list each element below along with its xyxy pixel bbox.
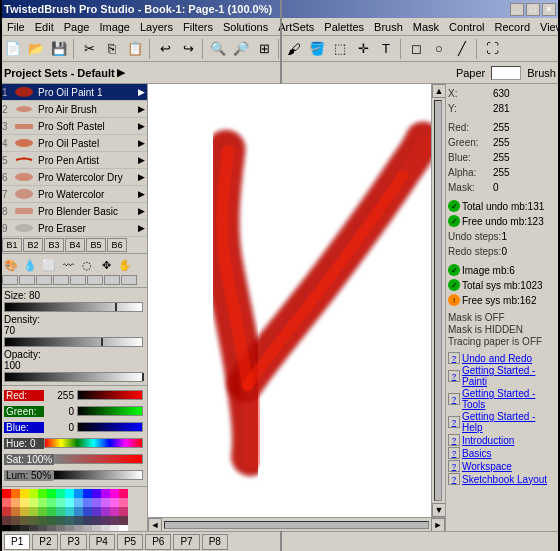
tool-palette[interactable]: 🎨 [2,256,20,274]
scroll-v-track[interactable] [434,100,442,501]
help-link-7[interactable]: ?Sketchbook Layout [448,473,558,485]
palette-cell[interactable] [74,507,83,516]
help-link-2[interactable]: ?Getting Started - Tools [448,388,558,410]
tool-m4[interactable] [53,275,69,285]
fullscreen-button[interactable]: ⛶ [481,38,503,60]
palette-cell[interactable] [38,498,47,507]
close-button[interactable]: × [542,3,556,16]
line-tool[interactable]: ╱ [451,38,473,60]
palette-cell[interactable] [20,516,29,525]
menu-palettes[interactable]: Palettes [319,20,369,34]
shape-tool[interactable]: ◻ [405,38,427,60]
green-slider[interactable] [77,406,143,416]
menu-image[interactable]: Image [94,20,135,34]
red-slider[interactable] [77,390,143,400]
tool-blend[interactable]: ◌ [78,256,96,274]
palette-cell[interactable] [11,507,20,516]
palette-cell[interactable] [101,516,110,525]
palette-cell[interactable] [92,507,101,516]
palette-cell[interactable] [83,525,92,531]
brush-item-5[interactable]: 5 Pro Pen Artist ▶ [0,152,147,169]
palette-cell[interactable] [92,525,101,531]
horizontal-scrollbar[interactable]: ◄ ► [148,517,445,531]
page-tab-p2[interactable]: P2 [32,534,58,550]
canvas-inner[interactable] [148,84,431,517]
palette-cell[interactable] [74,525,83,531]
palette-cell[interactable] [74,489,83,498]
palette-cell[interactable] [92,516,101,525]
blue-slider[interactable] [77,422,143,432]
help-link-4[interactable]: ?Introduction [448,434,558,446]
menu-mask[interactable]: Mask [408,20,444,34]
palette-cell[interactable] [20,498,29,507]
paste-button[interactable]: 📋 [124,38,146,60]
tool-m5[interactable] [70,275,86,285]
cut-button[interactable]: ✂ [78,38,100,60]
palette-cell[interactable] [65,525,74,531]
palette-cell[interactable] [38,489,47,498]
menu-page[interactable]: Page [59,20,95,34]
move-tool[interactable]: ✛ [352,38,374,60]
palette-cell[interactable] [83,507,92,516]
brush-tab-b1[interactable]: B1 [2,238,22,252]
help-link-1[interactable]: ?Getting Started - Painti [448,365,558,387]
brush-tab-b6[interactable]: B6 [107,238,127,252]
palette-cell[interactable] [11,516,20,525]
redo-button[interactable]: ↪ [177,38,199,60]
palette-cell[interactable] [65,507,74,516]
tool-m8[interactable] [121,275,137,285]
palette-cell[interactable] [110,525,119,531]
page-tab-p4[interactable]: P4 [89,534,115,550]
menu-solutions[interactable]: Solutions [218,20,273,34]
palette-cell[interactable] [65,489,74,498]
palette-cell[interactable] [110,516,119,525]
opacity-slider[interactable] [4,372,143,382]
page-tab-p5[interactable]: P5 [117,534,143,550]
palette-cell[interactable] [74,498,83,507]
palette-cell[interactable] [47,498,56,507]
save-button[interactable]: 💾 [48,38,70,60]
brush-tab-b3[interactable]: B3 [44,238,64,252]
tool-smudge[interactable]: 〰 [59,256,77,274]
palette-cell[interactable] [119,498,128,507]
open-button[interactable]: 📂 [25,38,47,60]
palette-cell[interactable] [74,516,83,525]
tool-m2[interactable] [19,275,35,285]
palette-cell[interactable] [20,507,29,516]
palette-cell[interactable] [56,525,65,531]
page-tab-p6[interactable]: P6 [145,534,171,550]
menu-filters[interactable]: Filters [178,20,218,34]
page-tab-p3[interactable]: P3 [60,534,86,550]
palette-cell[interactable] [83,498,92,507]
menu-view[interactable]: View [535,20,560,34]
tool-m3[interactable] [36,275,52,285]
fill-tool[interactable]: 🪣 [306,38,328,60]
zoom-in-button[interactable]: 🔍 [207,38,229,60]
brush-item-8[interactable]: 8 Pro Blender Basic ▶ [0,203,147,220]
page-tab-p7[interactable]: P7 [173,534,199,550]
palette-cell[interactable] [92,489,101,498]
text-tool[interactable]: T [375,38,397,60]
palette-cell[interactable] [56,489,65,498]
new-button[interactable]: 📄 [2,38,24,60]
tool-eraser[interactable]: ⬜ [40,256,58,274]
page-tab-p8[interactable]: P8 [202,534,228,550]
scroll-down-button[interactable]: ▼ [432,503,445,517]
brush-item-3[interactable]: 3 Pro Soft Pastel ▶ [0,118,147,135]
scroll-h-track[interactable] [164,521,429,529]
palette-cell[interactable] [11,525,20,531]
palette-cell[interactable] [65,498,74,507]
brush-tab-b2[interactable]: B2 [23,238,43,252]
fit-button[interactable]: ⊞ [253,38,275,60]
palette-cell[interactable] [29,525,38,531]
tool-nav[interactable]: ✥ [97,256,115,274]
scroll-left-button[interactable]: ◄ [148,518,162,532]
menu-record[interactable]: Record [490,20,535,34]
tool-m6[interactable] [87,275,103,285]
palette-cell[interactable] [101,498,110,507]
minimize-button[interactable]: _ [510,3,524,16]
paper-swatch[interactable] [491,66,521,80]
brush-tab-b5[interactable]: B5 [86,238,106,252]
menu-brush[interactable]: Brush [369,20,408,34]
vertical-scrollbar[interactable]: ▲ ▼ [431,84,445,517]
